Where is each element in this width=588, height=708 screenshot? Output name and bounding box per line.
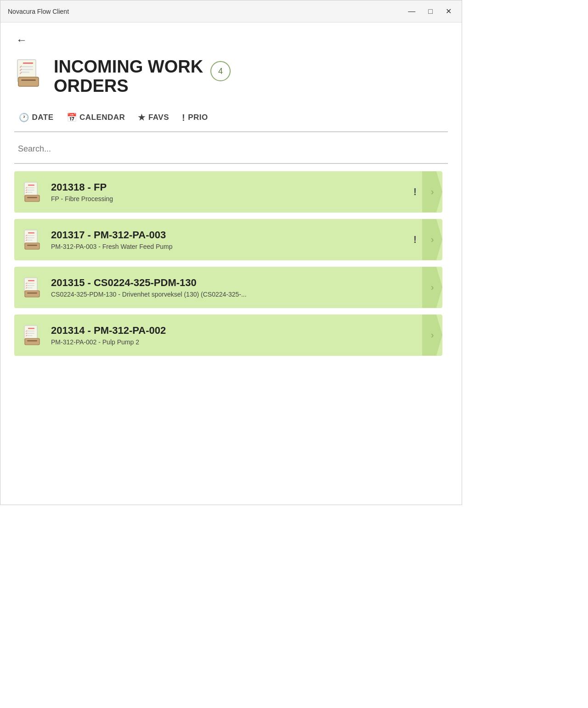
calendar-icon: 📅 <box>67 112 77 123</box>
svg-rect-28 <box>25 243 40 249</box>
count-badge: 4 <box>210 61 231 81</box>
svg-rect-6 <box>21 79 36 81</box>
chevron-right-icon: › <box>431 330 434 340</box>
orders-list: ✓ ✓ ✓ 201318 - FP FP - Fibre Processing … <box>14 171 448 356</box>
order-description: CS0224-325-PDM-130 - Drivenhet sporvekse… <box>51 291 435 298</box>
clock-icon: 🕐 <box>19 112 29 123</box>
svg-rect-11 <box>28 185 34 186</box>
order-icon: ✓ ✓ ✓ <box>22 228 45 251</box>
exclamation-icon: ! <box>182 112 185 123</box>
title-line1: INCOMING WORK <box>54 57 203 77</box>
svg-rect-1 <box>23 62 33 64</box>
svg-rect-49 <box>27 340 37 342</box>
order-arrow: › <box>422 219 442 260</box>
search-container <box>14 138 448 164</box>
order-description: FP - Fibre Processing <box>51 195 435 202</box>
tab-date[interactable]: 🕐 DATE <box>14 110 58 125</box>
tab-favs-label: FAVS <box>148 113 169 122</box>
list-item[interactable]: ✓ ✓ ✓ 201317 - PM-312-PA-003 PM-312-PA-0… <box>14 219 442 260</box>
order-arrow: › <box>422 267 442 308</box>
svg-rect-31 <box>28 280 34 281</box>
tab-prio[interactable]: ! PRIO <box>177 110 213 126</box>
minimize-button[interactable]: — <box>405 7 418 16</box>
search-input[interactable] <box>14 142 448 156</box>
svg-text:✓: ✓ <box>25 191 28 194</box>
order-number: 201315 - CS0224-325-PDM-130 <box>51 277 435 289</box>
order-info: 201314 - PM-312-PA-002 PM-312-PA-002 - P… <box>51 325 435 346</box>
order-icon: ✓ ✓ ✓ <box>22 180 45 203</box>
tab-favs[interactable]: ★ FAVS <box>133 110 174 125</box>
order-number: 201318 - FP <box>51 181 435 193</box>
svg-rect-29 <box>27 245 37 246</box>
order-description: PM-312-PA-002 - Pulp Pump 2 <box>51 338 435 346</box>
chevron-right-icon: › <box>431 282 434 292</box>
order-info: 201318 - FP FP - Fibre Processing <box>51 181 435 202</box>
order-info: 201315 - CS0224-325-PDM-130 CS0224-325-P… <box>51 277 435 298</box>
svg-text:✓: ✓ <box>25 239 28 242</box>
svg-rect-21 <box>28 232 34 234</box>
chevron-right-icon: › <box>431 186 434 197</box>
list-item[interactable]: ✓ ✓ ✓ 201314 - PM-312-PA-002 PM-312-PA-0… <box>14 315 442 356</box>
title-bar: Novacura Flow Client — □ ✕ <box>0 0 462 22</box>
tab-prio-label: PRIO <box>188 113 208 122</box>
order-icon: ✓ ✓ ✓ <box>22 324 45 347</box>
svg-rect-41 <box>28 328 34 329</box>
star-icon: ★ <box>138 112 146 123</box>
list-item[interactable]: ✓ ✓ ✓ 201318 - FP FP - Fibre Processing … <box>14 171 442 213</box>
filter-tabs: 🕐 DATE 📅 CALENDAR ★ FAVS ! PRIO <box>14 110 448 132</box>
svg-text:✓: ✓ <box>25 334 28 337</box>
title-line2: ORDERS <box>54 77 203 96</box>
order-arrow: › <box>422 171 442 213</box>
maximize-button[interactable]: □ <box>425 7 435 16</box>
svg-rect-5 <box>18 77 39 86</box>
order-description: PM-312-PA-003 - Fresh Water Feed Pump <box>51 243 435 250</box>
order-icon: ✓ ✓ ✓ <box>22 276 45 299</box>
svg-text:✓: ✓ <box>25 287 28 289</box>
app-title: Novacura Flow Client <box>8 8 69 15</box>
priority-indicator: ! <box>413 186 417 198</box>
chevron-right-icon: › <box>431 234 434 245</box>
list-item[interactable]: ✓ ✓ ✓ 201315 - CS0224-325-PDM-130 CS0224… <box>14 267 442 308</box>
svg-rect-18 <box>25 195 40 202</box>
tab-calendar-label: CALENDAR <box>79 113 125 122</box>
order-number: 201317 - PM-312-PA-003 <box>51 229 435 241</box>
svg-rect-39 <box>27 292 37 294</box>
order-info: 201317 - PM-312-PA-003 PM-312-PA-003 - F… <box>51 229 435 250</box>
tab-date-label: DATE <box>32 113 54 122</box>
svg-rect-19 <box>27 197 37 198</box>
svg-rect-38 <box>25 291 40 297</box>
order-arrow: › <box>422 315 442 356</box>
close-button[interactable]: ✕ <box>443 7 454 16</box>
main-content: ← ✓ ✓ ✓ INCOMING WORK <box>0 22 462 365</box>
page-title: INCOMING WORK ORDERS <box>54 57 203 96</box>
tab-calendar[interactable]: 📅 CALENDAR <box>62 110 130 125</box>
svg-text:✓: ✓ <box>19 71 23 75</box>
svg-rect-48 <box>25 338 40 345</box>
window-controls: — □ ✕ <box>405 7 454 16</box>
header-icon: ✓ ✓ ✓ <box>14 57 46 90</box>
priority-indicator: ! <box>413 234 417 246</box>
order-number: 201314 - PM-312-PA-002 <box>51 325 435 337</box>
page-header: ✓ ✓ ✓ INCOMING WORK ORDERS 4 <box>14 57 448 96</box>
back-button[interactable]: ← <box>14 32 29 48</box>
